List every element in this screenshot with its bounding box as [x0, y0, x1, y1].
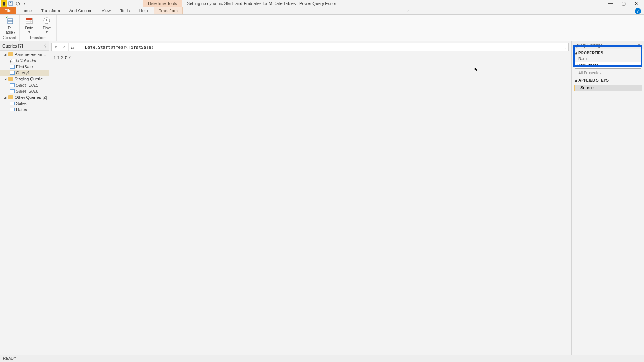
qat-dropdown-icon[interactable]: ▾: [21, 0, 28, 7]
query-item-sales-2015[interactable]: Sales_2015: [0, 82, 49, 88]
tab-tools[interactable]: Tools: [115, 7, 135, 14]
queries-panel-title: Queries [7]: [2, 44, 23, 48]
formula-text[interactable]: = Date.StartOfYear(FirstSale): [77, 45, 562, 50]
query-item-query1[interactable]: Query1: [0, 70, 49, 76]
tab-help[interactable]: Help: [135, 7, 153, 14]
query-group-label: Parameters and Fu...: [15, 52, 47, 57]
table-icon: [10, 89, 15, 93]
ribbon-group-transform-label: Transform: [29, 35, 46, 40]
query-item-label: Query1: [16, 70, 30, 75]
collapse-panel-icon[interactable]: 〈: [42, 43, 46, 49]
quick-access-toolbar: ▮ ▾: [0, 0, 28, 7]
query-item-firstsale[interactable]: FirstSale: [0, 64, 49, 70]
disclosure-icon: ◢: [4, 96, 7, 99]
time-label: Time: [43, 26, 51, 30]
close-panel-icon[interactable]: ✕: [637, 43, 641, 48]
to-table-button[interactable]: To Table ▾: [2, 15, 17, 34]
fx-icon[interactable]: fx: [69, 43, 77, 51]
svg-rect-7: [26, 18, 32, 20]
query-item-label: Dates: [16, 107, 27, 112]
query-item-dates[interactable]: Dates: [0, 106, 49, 113]
title-bar: ▮ ▾ DateTime Tools Setting up dynamic St…: [0, 0, 644, 7]
query-settings-panel: Query Settings ✕ ◢ PROPERTIES Name All P…: [571, 41, 644, 355]
applied-steps-section-title[interactable]: ◢ APPLIED STEPS: [572, 77, 644, 84]
time-button[interactable]: Time ▾: [39, 15, 54, 34]
query-group-label: Other Queries [2]: [15, 95, 47, 100]
date-label: Date: [25, 26, 33, 30]
query-item-fxcalendar[interactable]: fx fxCalendar: [0, 57, 49, 64]
query-name-input[interactable]: [575, 62, 641, 69]
ribbon-group-convert-label: Convert: [3, 35, 16, 40]
query-item-label: Sales: [16, 101, 27, 106]
formula-expand-icon[interactable]: ⌄: [562, 45, 568, 49]
disclosure-icon: ◢: [4, 77, 7, 81]
help-icon[interactable]: ?: [635, 8, 641, 14]
window-controls: ― ▢ ✕: [606, 0, 644, 7]
query-item-label: FirstSale: [16, 64, 33, 69]
applied-step-source[interactable]: Source: [574, 85, 642, 91]
status-bar: READY: [0, 355, 644, 362]
close-button[interactable]: ✕: [632, 0, 641, 7]
save-icon[interactable]: [8, 0, 14, 7]
name-label: Name: [572, 57, 644, 62]
query-settings-header: Query Settings ✕: [572, 41, 644, 49]
undo-icon[interactable]: [15, 0, 21, 7]
query-group[interactable]: ◢ Parameters and Fu...: [0, 51, 49, 57]
folder-icon: [8, 52, 13, 56]
query-group[interactable]: ◢ Staging Queries [2]: [0, 76, 49, 82]
query-item-sales-2016[interactable]: Sales_2016: [0, 88, 49, 94]
formula-cancel-button[interactable]: ✕: [52, 43, 60, 51]
tab-view[interactable]: View: [97, 7, 115, 14]
table-icon: [10, 65, 15, 69]
query-settings-title: Query Settings: [575, 43, 603, 48]
ribbon-group-transform: Date ▾ Time ▾ Transform: [20, 15, 57, 41]
to-table-label1: To: [8, 26, 12, 30]
query-item-sales[interactable]: Sales: [0, 100, 49, 106]
table-icon: [10, 83, 15, 87]
query-item-label: fxCalendar: [16, 58, 36, 63]
properties-section-title[interactable]: ◢ PROPERTIES: [572, 49, 644, 57]
disclosure-icon: ◢: [575, 51, 577, 55]
status-text: READY: [3, 356, 16, 360]
table-icon: [10, 108, 15, 111]
query-group-label: Staging Queries [2]: [15, 77, 47, 81]
formula-commit-button[interactable]: ✓: [60, 43, 69, 51]
tab-transform[interactable]: Transform: [36, 7, 65, 14]
minimize-button[interactable]: ―: [606, 0, 615, 7]
preview-value: 1-1-2017: [54, 55, 71, 60]
svg-rect-1: [10, 2, 12, 3]
contextual-tab-group-label: DateTime Tools: [143, 0, 182, 7]
all-properties-link[interactable]: All Properties: [572, 70, 644, 77]
ribbon-group-convert: To Table ▾ Convert: [0, 15, 20, 41]
tab-add-column[interactable]: Add Column: [65, 7, 97, 14]
window-title: Setting up dynamic Start- and Enddates f…: [187, 1, 606, 6]
applied-steps-label: APPLIED STEPS: [578, 78, 609, 82]
applied-step-label: Source: [580, 85, 594, 90]
table-icon: [10, 71, 15, 75]
query-group[interactable]: ◢ Other Queries [2]: [0, 94, 49, 100]
to-table-label2: Table: [4, 30, 13, 34]
tab-home[interactable]: Home: [16, 7, 36, 14]
to-table-icon: [5, 16, 14, 25]
query-item-label: Sales_2015: [16, 83, 38, 87]
center-area: ✕ ✓ fx = Date.StartOfYear(FirstSale) ⌄ 1…: [49, 41, 571, 355]
folder-icon: [8, 95, 13, 99]
queries-tree: ◢ Parameters and Fu... fx fxCalendar Fir…: [0, 51, 49, 113]
chevron-down-icon: ▾: [46, 30, 48, 34]
ribbon-collapse-icon[interactable]: ⌃: [407, 10, 410, 14]
queries-panel-header: Queries [7] 〈: [0, 41, 49, 51]
chevron-down-icon: ▾: [28, 30, 30, 34]
calendar-icon: [25, 16, 34, 25]
date-button[interactable]: Date ▾: [22, 15, 36, 34]
tab-file[interactable]: File: [0, 7, 16, 14]
chevron-down-icon: ▾: [14, 31, 15, 34]
tab-contextual-transform[interactable]: Transform: [154, 7, 183, 14]
query-item-label: Sales_2016: [16, 89, 38, 93]
queries-panel: Queries [7] 〈 ◢ Parameters and Fu... fx …: [0, 41, 49, 355]
disclosure-icon: ◢: [575, 79, 577, 82]
folder-icon: [8, 77, 13, 81]
maximize-button[interactable]: ▢: [619, 0, 628, 7]
ribbon-tabs: File Home Transform Add Column View Tool…: [0, 7, 644, 15]
app-logo-icon: ▮: [1, 0, 7, 7]
clock-icon: [42, 16, 51, 25]
